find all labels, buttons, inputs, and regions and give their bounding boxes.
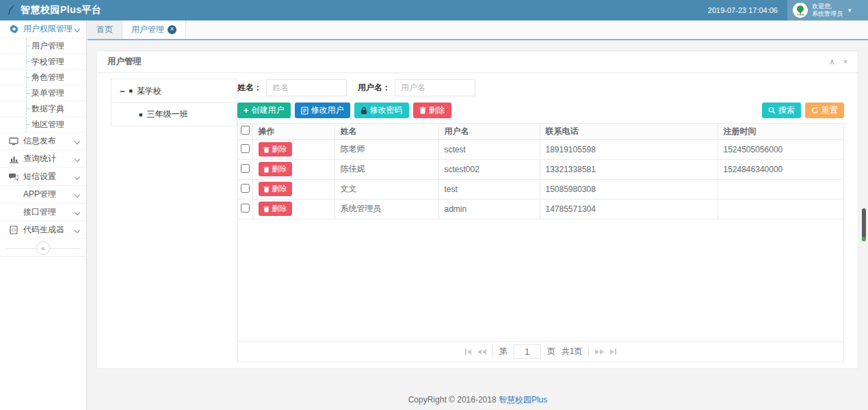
name-label: 姓名： <box>237 82 262 94</box>
prev-page-icon[interactable] <box>477 349 486 355</box>
footer-brand-link[interactable]: 智慧校园Plus <box>499 395 547 405</box>
last-page-icon[interactable] <box>610 348 616 355</box>
panel-close-icon[interactable]: × <box>843 57 847 66</box>
sidebar-item-sms-settings[interactable]: 短信设置 <box>0 168 86 186</box>
tree-collapse-icon[interactable]: − <box>120 86 125 96</box>
search-button[interactable]: 搜索 <box>762 102 801 118</box>
sidebar-item-role-mgmt[interactable]: 角色管理 <box>0 70 86 85</box>
chevron-down-icon <box>75 227 80 232</box>
row-delete-button[interactable]: 删除 <box>259 142 292 156</box>
monitor-icon <box>8 137 19 146</box>
row-checkbox[interactable] <box>241 184 250 193</box>
sidebar-item-app-mgmt[interactable]: APP管理 <box>0 186 86 204</box>
trash-icon <box>419 107 426 114</box>
row-checkbox[interactable] <box>241 144 250 153</box>
cell-username: test <box>438 179 540 199</box>
bar-chart-icon <box>8 155 19 163</box>
sidebar-collapse-button[interactable]: « <box>36 241 50 255</box>
cell-name: 系统管理员 <box>334 199 438 219</box>
row-checkbox[interactable] <box>241 204 250 213</box>
name-input[interactable] <box>266 79 347 96</box>
lock-icon <box>360 107 367 115</box>
next-page-icon[interactable] <box>595 349 604 355</box>
chevron-down-icon <box>75 156 80 161</box>
table-row: 删除 系统管理员 admin 14785571304 <box>238 199 843 219</box>
edit-file-icon <box>301 107 308 115</box>
first-page-icon[interactable] <box>465 348 471 355</box>
cell-username: admin <box>438 199 540 219</box>
trash-icon <box>263 186 269 193</box>
sidebar-item-user-permission[interactable]: 用户权限管理 <box>0 20 86 38</box>
sidebar-item-query-stats[interactable]: 查询统计 <box>0 150 86 168</box>
search-icon <box>768 107 776 114</box>
caret-down-icon: ▾ <box>848 7 852 14</box>
sidebar-item-code-generator[interactable]: 代码生成器 <box>0 221 86 239</box>
sidebar-item-region-mgmt[interactable]: 地区管理 <box>0 117 86 133</box>
col-header-name: 姓名 <box>334 124 438 139</box>
main-area: 首页 用户管理 × 用户管理 ∧ × − ■ 某学校 ■ <box>88 20 868 410</box>
sidebar-item-menu-mgmt[interactable]: 菜单管理 <box>0 85 86 101</box>
col-header-username: 用户名 <box>438 124 540 139</box>
tab-user-management[interactable]: 用户管理 × <box>122 20 186 39</box>
gear-icon <box>8 25 19 33</box>
sidebar-item-api-mgmt[interactable]: 接口管理 <box>0 204 86 221</box>
cell-name: 陈佳妮 <box>334 159 438 179</box>
cell-regtime: 1524505056000 <box>718 139 843 159</box>
trash-icon <box>263 166 269 173</box>
page-number-input[interactable] <box>514 344 541 359</box>
panel-header: 用户管理 ∧ × <box>97 51 858 73</box>
cell-regtime <box>718 199 843 219</box>
datetime: 2019-07-23 17:04:06 <box>708 6 778 14</box>
chevron-down-icon <box>75 191 80 197</box>
sidebar-collapse-row: « <box>0 239 86 257</box>
cell-phone: 13321338581 <box>540 159 718 179</box>
quill-logo-icon <box>7 5 16 16</box>
sidebar-item-data-dict[interactable]: 数据字典 <box>0 101 86 117</box>
chevron-down-icon <box>75 209 80 215</box>
tree-node-icon: ■ <box>139 111 142 118</box>
username-input[interactable] <box>395 79 475 96</box>
sidebar-item-user-mgmt[interactable]: 用户管理 <box>0 38 86 54</box>
reset-button[interactable]: 重置 <box>805 102 844 118</box>
top-header: 智慧校园Plus平台 2019-07-23 17:04:06 欢迎您, 系统管理… <box>0 0 868 20</box>
select-all-checkbox[interactable] <box>241 126 250 135</box>
chevron-down-icon <box>75 26 80 31</box>
table-header-row: 操作 姓名 用户名 联系电话 注册时间 <box>238 124 843 139</box>
edit-user-button[interactable]: 修改用户 <box>295 102 350 118</box>
panel-collapse-icon[interactable]: ∧ <box>830 57 835 66</box>
plus-icon: + <box>244 106 249 115</box>
row-delete-button[interactable]: 删除 <box>259 182 292 196</box>
username-label: 用户名： <box>358 82 391 94</box>
cell-name: 陈老师 <box>334 139 438 159</box>
tree-node-school[interactable]: − ■ 某学校 <box>111 79 237 102</box>
sidebar-item-label: 用户权限管理 <box>23 23 75 35</box>
row-delete-button[interactable]: 删除 <box>259 202 292 216</box>
sidebar-item-info-publish[interactable]: 信息发布 <box>0 133 86 150</box>
tree-node-icon: ■ <box>129 87 133 94</box>
submenu-user-permission: 用户管理 学校管理 角色管理 菜单管理 数据字典 地区管理 <box>0 38 86 133</box>
user-menu[interactable]: 欢迎您, 系统管理员 ▾ <box>787 0 868 20</box>
cell-username: sctest <box>438 139 540 159</box>
page-prefix: 第 <box>499 346 508 357</box>
comments-icon <box>8 173 19 181</box>
page-suffix: 页 <box>547 346 555 357</box>
search-form: 姓名： 用户名： <box>237 79 844 96</box>
col-header-actions: 操作 <box>252 124 334 139</box>
tab-home[interactable]: 首页 <box>88 20 122 39</box>
user-table: 操作 姓名 用户名 联系电话 注册时间 删除 陈老师 <box>238 124 843 219</box>
welcome-text: 欢迎您, 系统管理员 <box>812 3 843 18</box>
delete-button[interactable]: 删除 <box>413 102 451 118</box>
trash-icon <box>263 146 269 153</box>
change-password-button[interactable]: 修改密码 <box>354 102 409 118</box>
table-row: 删除 陈佳妮 sctest002 13321338581 15248463400… <box>238 159 843 179</box>
scrollbar-thumb[interactable] <box>862 208 866 241</box>
create-user-button[interactable]: + 创建用户 <box>237 102 291 118</box>
tab-bar: 首页 用户管理 × <box>88 20 868 40</box>
row-delete-button[interactable]: 删除 <box>259 162 292 176</box>
row-checkbox[interactable] <box>241 164 250 173</box>
tree-node-class[interactable]: ■ 三年级一班 <box>111 102 237 126</box>
table-row: 删除 陈老师 sctest 18919105598 1524505056000 <box>238 139 843 159</box>
tab-close-icon[interactable]: × <box>168 25 176 34</box>
sidebar-item-school-mgmt[interactable]: 学校管理 <box>0 54 86 70</box>
app-title: 智慧校园Plus平台 <box>21 4 102 16</box>
